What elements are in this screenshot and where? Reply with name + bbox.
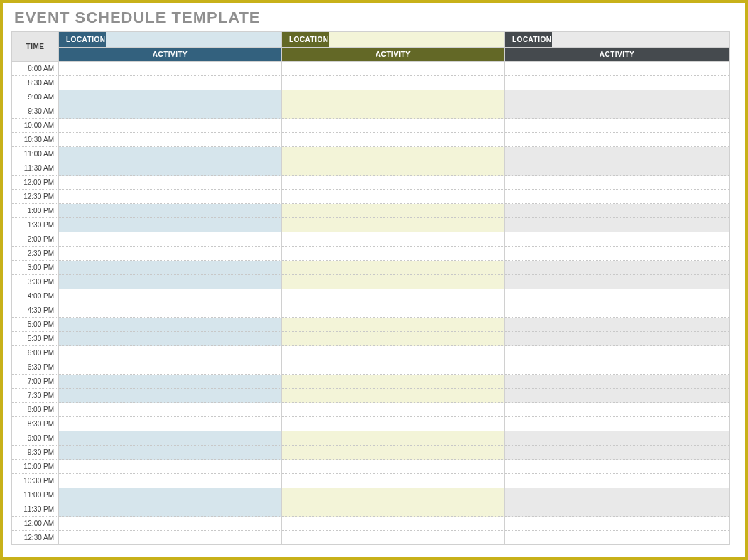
activity-cell[interactable] (505, 190, 730, 204)
activity-cell[interactable] (59, 76, 282, 90)
activity-cell[interactable] (282, 417, 505, 431)
activity-cell[interactable] (59, 261, 282, 275)
activity-cell[interactable] (282, 502, 505, 517)
activity-cell[interactable] (59, 403, 282, 417)
activity-cell[interactable] (282, 488, 505, 502)
activity-cell[interactable] (505, 261, 730, 275)
activity-cell[interactable] (59, 62, 282, 76)
activity-cell[interactable] (59, 502, 282, 517)
location-input-3[interactable] (552, 32, 729, 47)
activity-cell[interactable] (282, 289, 505, 303)
activity-cell[interactable] (505, 218, 730, 232)
activity-cell[interactable] (505, 446, 730, 460)
activity-cell[interactable] (282, 346, 505, 360)
activity-cell[interactable] (505, 161, 730, 176)
activity-cell[interactable] (59, 389, 282, 403)
activity-cell[interactable] (59, 346, 282, 360)
activity-cell[interactable] (282, 147, 505, 161)
activity-cell[interactable] (282, 403, 505, 417)
activity-cell[interactable] (282, 190, 505, 204)
activity-cell[interactable] (59, 531, 282, 545)
activity-cell[interactable] (59, 204, 282, 218)
activity-cell[interactable] (282, 133, 505, 147)
activity-cell[interactable] (59, 460, 282, 474)
activity-cell[interactable] (59, 161, 282, 176)
activity-cell[interactable] (282, 161, 505, 176)
activity-cell[interactable] (282, 431, 505, 446)
activity-cell[interactable] (282, 275, 505, 289)
activity-cell[interactable] (59, 431, 282, 446)
activity-cell[interactable] (505, 176, 730, 190)
activity-cell[interactable] (59, 332, 282, 346)
activity-cell[interactable] (505, 474, 730, 488)
location-input-2[interactable] (329, 32, 504, 47)
activity-cell[interactable] (59, 190, 282, 204)
activity-cell[interactable] (505, 502, 730, 517)
activity-cell[interactable] (59, 488, 282, 502)
activity-cell[interactable] (282, 176, 505, 190)
activity-cell[interactable] (282, 232, 505, 247)
activity-cell[interactable] (505, 517, 730, 531)
activity-cell[interactable] (59, 119, 282, 133)
activity-cell[interactable] (505, 389, 730, 403)
activity-cell[interactable] (282, 375, 505, 389)
activity-cell[interactable] (505, 247, 730, 261)
activity-cell[interactable] (505, 332, 730, 346)
activity-cell[interactable] (505, 531, 730, 545)
activity-cell[interactable] (505, 460, 730, 474)
activity-cell[interactable] (505, 431, 730, 446)
activity-cell[interactable] (505, 90, 730, 104)
activity-cell[interactable] (59, 517, 282, 531)
activity-cell[interactable] (282, 261, 505, 275)
activity-cell[interactable] (282, 474, 505, 488)
activity-cell[interactable] (505, 289, 730, 303)
activity-cell[interactable] (59, 417, 282, 431)
activity-cell[interactable] (59, 176, 282, 190)
activity-cell[interactable] (59, 275, 282, 289)
activity-cell[interactable] (282, 531, 505, 545)
activity-cell[interactable] (282, 247, 505, 261)
activity-cell[interactable] (59, 474, 282, 488)
activity-cell[interactable] (282, 218, 505, 232)
activity-cell[interactable] (505, 403, 730, 417)
activity-cell[interactable] (282, 62, 505, 76)
activity-cell[interactable] (505, 119, 730, 133)
activity-cell[interactable] (505, 488, 730, 502)
activity-cell[interactable] (282, 119, 505, 133)
activity-cell[interactable] (282, 90, 505, 104)
activity-cell[interactable] (505, 417, 730, 431)
activity-cell[interactable] (505, 375, 730, 389)
activity-cell[interactable] (505, 275, 730, 289)
activity-cell[interactable] (59, 446, 282, 460)
activity-cell[interactable] (59, 289, 282, 303)
activity-cell[interactable] (59, 90, 282, 104)
activity-cell[interactable] (59, 104, 282, 119)
activity-cell[interactable] (505, 104, 730, 119)
activity-cell[interactable] (505, 147, 730, 161)
activity-cell[interactable] (282, 360, 505, 375)
activity-cell[interactable] (282, 446, 505, 460)
activity-cell[interactable] (505, 303, 730, 318)
activity-cell[interactable] (59, 218, 282, 232)
activity-cell[interactable] (59, 247, 282, 261)
activity-cell[interactable] (59, 232, 282, 247)
activity-cell[interactable] (282, 389, 505, 403)
activity-cell[interactable] (59, 147, 282, 161)
activity-cell[interactable] (505, 204, 730, 218)
activity-cell[interactable] (59, 303, 282, 318)
activity-cell[interactable] (505, 62, 730, 76)
location-input-1[interactable] (106, 32, 281, 47)
activity-cell[interactable] (59, 360, 282, 375)
activity-cell[interactable] (59, 375, 282, 389)
activity-cell[interactable] (282, 318, 505, 332)
activity-cell[interactable] (282, 204, 505, 218)
activity-cell[interactable] (282, 460, 505, 474)
activity-cell[interactable] (505, 232, 730, 247)
activity-cell[interactable] (505, 76, 730, 90)
activity-cell[interactable] (282, 303, 505, 318)
activity-cell[interactable] (505, 360, 730, 375)
activity-cell[interactable] (282, 76, 505, 90)
activity-cell[interactable] (59, 318, 282, 332)
activity-cell[interactable] (505, 318, 730, 332)
activity-cell[interactable] (59, 133, 282, 147)
